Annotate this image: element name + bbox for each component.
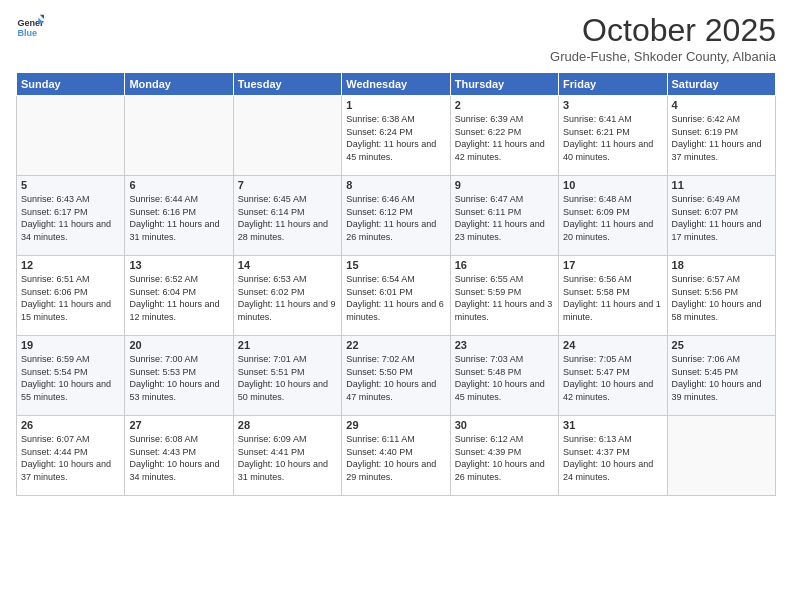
- calendar-cell: 26Sunrise: 6:07 AM Sunset: 4:44 PM Dayli…: [17, 416, 125, 496]
- day-number: 18: [672, 259, 771, 271]
- calendar-cell: 18Sunrise: 6:57 AM Sunset: 5:56 PM Dayli…: [667, 256, 775, 336]
- day-info: Sunrise: 6:07 AM Sunset: 4:44 PM Dayligh…: [21, 433, 120, 483]
- day-info: Sunrise: 7:01 AM Sunset: 5:51 PM Dayligh…: [238, 353, 337, 403]
- day-number: 15: [346, 259, 445, 271]
- day-info: Sunrise: 6:13 AM Sunset: 4:37 PM Dayligh…: [563, 433, 662, 483]
- day-info: Sunrise: 6:46 AM Sunset: 6:12 PM Dayligh…: [346, 193, 445, 243]
- location-subtitle: Grude-Fushe, Shkoder County, Albania: [550, 49, 776, 64]
- day-number: 4: [672, 99, 771, 111]
- calendar-cell: 27Sunrise: 6:08 AM Sunset: 4:43 PM Dayli…: [125, 416, 233, 496]
- day-number: 8: [346, 179, 445, 191]
- day-info: Sunrise: 7:00 AM Sunset: 5:53 PM Dayligh…: [129, 353, 228, 403]
- day-number: 5: [21, 179, 120, 191]
- calendar-cell: 3Sunrise: 6:41 AM Sunset: 6:21 PM Daylig…: [559, 96, 667, 176]
- calendar-table: Sunday Monday Tuesday Wednesday Thursday…: [16, 72, 776, 496]
- day-number: 3: [563, 99, 662, 111]
- day-number: 11: [672, 179, 771, 191]
- day-info: Sunrise: 6:49 AM Sunset: 6:07 PM Dayligh…: [672, 193, 771, 243]
- calendar-cell: 21Sunrise: 7:01 AM Sunset: 5:51 PM Dayli…: [233, 336, 341, 416]
- day-info: Sunrise: 6:52 AM Sunset: 6:04 PM Dayligh…: [129, 273, 228, 323]
- calendar-cell: 23Sunrise: 7:03 AM Sunset: 5:48 PM Dayli…: [450, 336, 558, 416]
- calendar-cell: 7Sunrise: 6:45 AM Sunset: 6:14 PM Daylig…: [233, 176, 341, 256]
- logo-icon: General Blue: [16, 12, 44, 40]
- calendar-cell: 16Sunrise: 6:55 AM Sunset: 5:59 PM Dayli…: [450, 256, 558, 336]
- calendar-week-1: 5Sunrise: 6:43 AM Sunset: 6:17 PM Daylig…: [17, 176, 776, 256]
- day-number: 19: [21, 339, 120, 351]
- day-info: Sunrise: 6:47 AM Sunset: 6:11 PM Dayligh…: [455, 193, 554, 243]
- calendar-cell: 17Sunrise: 6:56 AM Sunset: 5:58 PM Dayli…: [559, 256, 667, 336]
- calendar-cell: 4Sunrise: 6:42 AM Sunset: 6:19 PM Daylig…: [667, 96, 775, 176]
- col-wednesday: Wednesday: [342, 73, 450, 96]
- day-info: Sunrise: 6:53 AM Sunset: 6:02 PM Dayligh…: [238, 273, 337, 323]
- day-number: 6: [129, 179, 228, 191]
- day-number: 31: [563, 419, 662, 431]
- calendar-cell: 14Sunrise: 6:53 AM Sunset: 6:02 PM Dayli…: [233, 256, 341, 336]
- day-number: 29: [346, 419, 445, 431]
- calendar-cell: [667, 416, 775, 496]
- day-info: Sunrise: 7:06 AM Sunset: 5:45 PM Dayligh…: [672, 353, 771, 403]
- day-number: 9: [455, 179, 554, 191]
- day-info: Sunrise: 7:02 AM Sunset: 5:50 PM Dayligh…: [346, 353, 445, 403]
- day-info: Sunrise: 7:05 AM Sunset: 5:47 PM Dayligh…: [563, 353, 662, 403]
- day-info: Sunrise: 6:42 AM Sunset: 6:19 PM Dayligh…: [672, 113, 771, 163]
- day-number: 27: [129, 419, 228, 431]
- col-sunday: Sunday: [17, 73, 125, 96]
- calendar-cell: 9Sunrise: 6:47 AM Sunset: 6:11 PM Daylig…: [450, 176, 558, 256]
- day-number: 25: [672, 339, 771, 351]
- day-info: Sunrise: 6:09 AM Sunset: 4:41 PM Dayligh…: [238, 433, 337, 483]
- logo: General Blue: [16, 12, 44, 40]
- calendar-cell: 1Sunrise: 6:38 AM Sunset: 6:24 PM Daylig…: [342, 96, 450, 176]
- col-tuesday: Tuesday: [233, 73, 341, 96]
- day-info: Sunrise: 6:39 AM Sunset: 6:22 PM Dayligh…: [455, 113, 554, 163]
- calendar-cell: 22Sunrise: 7:02 AM Sunset: 5:50 PM Dayli…: [342, 336, 450, 416]
- day-number: 13: [129, 259, 228, 271]
- calendar-cell: 10Sunrise: 6:48 AM Sunset: 6:09 PM Dayli…: [559, 176, 667, 256]
- header-row: Sunday Monday Tuesday Wednesday Thursday…: [17, 73, 776, 96]
- day-info: Sunrise: 6:55 AM Sunset: 5:59 PM Dayligh…: [455, 273, 554, 323]
- day-number: 26: [21, 419, 120, 431]
- calendar-week-2: 12Sunrise: 6:51 AM Sunset: 6:06 PM Dayli…: [17, 256, 776, 336]
- day-info: Sunrise: 7:03 AM Sunset: 5:48 PM Dayligh…: [455, 353, 554, 403]
- calendar-cell: 5Sunrise: 6:43 AM Sunset: 6:17 PM Daylig…: [17, 176, 125, 256]
- calendar-cell: 2Sunrise: 6:39 AM Sunset: 6:22 PM Daylig…: [450, 96, 558, 176]
- calendar-week-3: 19Sunrise: 6:59 AM Sunset: 5:54 PM Dayli…: [17, 336, 776, 416]
- col-thursday: Thursday: [450, 73, 558, 96]
- calendar-cell: 13Sunrise: 6:52 AM Sunset: 6:04 PM Dayli…: [125, 256, 233, 336]
- day-info: Sunrise: 6:41 AM Sunset: 6:21 PM Dayligh…: [563, 113, 662, 163]
- calendar-cell: 25Sunrise: 7:06 AM Sunset: 5:45 PM Dayli…: [667, 336, 775, 416]
- header: General Blue October 2025 Grude-Fushe, S…: [16, 12, 776, 64]
- calendar-cell: [17, 96, 125, 176]
- day-info: Sunrise: 6:56 AM Sunset: 5:58 PM Dayligh…: [563, 273, 662, 323]
- day-number: 20: [129, 339, 228, 351]
- page: General Blue October 2025 Grude-Fushe, S…: [0, 0, 792, 612]
- calendar-cell: 30Sunrise: 6:12 AM Sunset: 4:39 PM Dayli…: [450, 416, 558, 496]
- col-friday: Friday: [559, 73, 667, 96]
- calendar-cell: 28Sunrise: 6:09 AM Sunset: 4:41 PM Dayli…: [233, 416, 341, 496]
- day-info: Sunrise: 6:43 AM Sunset: 6:17 PM Dayligh…: [21, 193, 120, 243]
- calendar-cell: 20Sunrise: 7:00 AM Sunset: 5:53 PM Dayli…: [125, 336, 233, 416]
- day-info: Sunrise: 6:54 AM Sunset: 6:01 PM Dayligh…: [346, 273, 445, 323]
- day-info: Sunrise: 6:44 AM Sunset: 6:16 PM Dayligh…: [129, 193, 228, 243]
- day-number: 22: [346, 339, 445, 351]
- day-number: 10: [563, 179, 662, 191]
- day-number: 7: [238, 179, 337, 191]
- calendar-cell: [125, 96, 233, 176]
- calendar-cell: 6Sunrise: 6:44 AM Sunset: 6:16 PM Daylig…: [125, 176, 233, 256]
- title-block: October 2025 Grude-Fushe, Shkoder County…: [550, 12, 776, 64]
- calendar-cell: 31Sunrise: 6:13 AM Sunset: 4:37 PM Dayli…: [559, 416, 667, 496]
- day-number: 28: [238, 419, 337, 431]
- col-saturday: Saturday: [667, 73, 775, 96]
- day-info: Sunrise: 6:51 AM Sunset: 6:06 PM Dayligh…: [21, 273, 120, 323]
- day-number: 17: [563, 259, 662, 271]
- day-info: Sunrise: 6:45 AM Sunset: 6:14 PM Dayligh…: [238, 193, 337, 243]
- calendar-cell: 15Sunrise: 6:54 AM Sunset: 6:01 PM Dayli…: [342, 256, 450, 336]
- day-number: 30: [455, 419, 554, 431]
- day-number: 2: [455, 99, 554, 111]
- svg-text:Blue: Blue: [17, 28, 37, 38]
- day-info: Sunrise: 6:38 AM Sunset: 6:24 PM Dayligh…: [346, 113, 445, 163]
- month-title: October 2025: [550, 12, 776, 49]
- calendar-cell: 29Sunrise: 6:11 AM Sunset: 4:40 PM Dayli…: [342, 416, 450, 496]
- day-info: Sunrise: 6:08 AM Sunset: 4:43 PM Dayligh…: [129, 433, 228, 483]
- day-number: 23: [455, 339, 554, 351]
- calendar-cell: 8Sunrise: 6:46 AM Sunset: 6:12 PM Daylig…: [342, 176, 450, 256]
